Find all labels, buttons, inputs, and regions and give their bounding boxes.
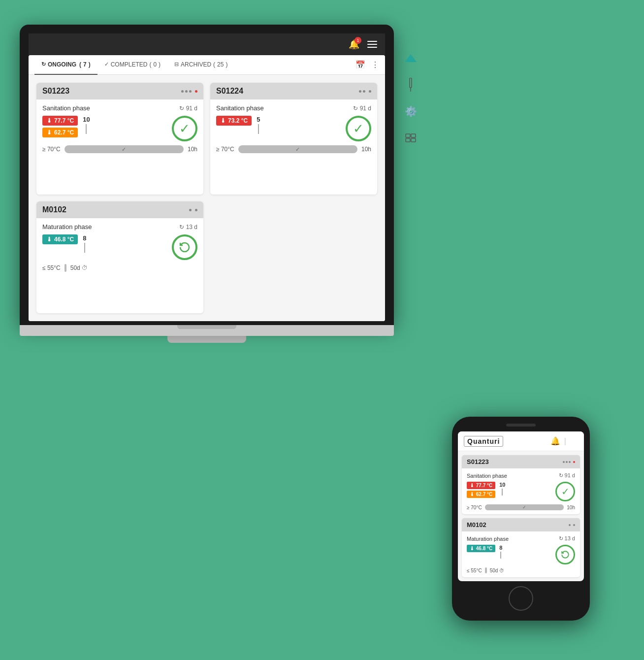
phone-phase-duration: ↻ 91 d	[559, 472, 575, 479]
notification-badge: 1	[354, 37, 361, 44]
card-title-M0102: M0102	[42, 205, 66, 214]
progress-check-icon: ✓	[238, 145, 357, 153]
phone-card-title-M0102: M0102	[467, 521, 486, 528]
condition-label: ≥ 70°C	[216, 146, 234, 153]
phone-screen: Quanturi 🔔 | S01223	[458, 431, 584, 581]
phone-bell-icon[interactable]: 🔔	[550, 436, 560, 446]
card-menu-M0102[interactable]	[189, 209, 197, 211]
status-check: ✓	[346, 116, 371, 141]
card-title-S01224: S01224	[216, 87, 243, 96]
svg-rect-5	[406, 138, 410, 142]
progress-row: ≥ 70°C ✓ 10h	[216, 145, 371, 153]
phone-cards-container: S01223 Sanitation phase ↻ 91 d	[458, 451, 584, 581]
phone-condition-label: ≥ 70°C	[467, 505, 482, 510]
phone-sensor-tag-teal: 🌡 46.8 °C	[467, 545, 495, 552]
progress-time: 10h	[361, 146, 371, 153]
mountain-icon[interactable]	[402, 49, 419, 67]
phone-speaker	[506, 424, 536, 427]
phone-sensor-section: 🌡 77.7 °C 🌡 62.7 °C 10 ✓	[467, 482, 575, 501]
progress-time: 50d ⏱	[70, 264, 88, 271]
phone-card-S01223: S01223 Sanitation phase ↻ 91 d	[462, 455, 580, 514]
sensor-tag-teal: 🌡 46.8 °C	[42, 234, 78, 244]
probe-tool-icon[interactable]	[402, 76, 419, 94]
card-menu-S01223[interactable]	[181, 90, 197, 93]
thermometer-icon: 🌡	[46, 117, 52, 124]
phone-progress-time: 10h	[567, 505, 575, 510]
phone-timer-icon: ⏱	[499, 568, 504, 573]
phone-home-button[interactable]	[509, 586, 533, 611]
card-body-S01224: Sanitation phase ↻ 91 d 🌡 73.2 °C	[210, 99, 377, 158]
svg-rect-3	[406, 134, 410, 137]
probe-stick	[258, 124, 259, 134]
sensor-tag-high: 🌡 73.2 °C	[216, 116, 252, 126]
laptop-base	[20, 325, 394, 336]
svg-rect-4	[411, 134, 416, 137]
svg-rect-6	[411, 138, 416, 142]
phone-divider: |	[564, 437, 566, 446]
tab-bar: ↻ ONGOING (7) ✓ COMPLETED (0) ⊟ ARCHIVED…	[29, 55, 385, 75]
phone-bezel: Quanturi 🔔 | S01223	[452, 417, 590, 621]
hamburger-menu-icon[interactable]	[367, 41, 377, 48]
tab-ongoing[interactable]: ↻ ONGOING (7)	[34, 55, 97, 75]
phone-probe-count-M0102: 8	[499, 545, 502, 559]
probe-count: 5	[257, 116, 260, 134]
phase-label: Sanitation phase	[216, 104, 264, 112]
phone-card-header-M0102: M0102	[462, 518, 580, 531]
phone-hamburger-icon[interactable]	[570, 438, 578, 444]
phase-row: Sanitation phase ↻ 91 d	[42, 104, 197, 112]
phone-card-header-S01223: S01223	[462, 455, 580, 468]
phone-status-refresh	[555, 545, 575, 564]
phone-probe-stick-M0102	[500, 552, 501, 559]
thermometer-icon: 🌡	[220, 117, 226, 124]
cards-grid: S01223 Sanitation phase ↻ 91 d	[29, 75, 385, 321]
phone-toolbar-actions: 🔔 |	[550, 436, 578, 446]
notification-icon[interactable]: 🔔 1	[349, 39, 359, 50]
sensor-section: 🌡 46.8 °C 8	[42, 234, 197, 260]
card-S01223: S01223 Sanitation phase ↻ 91 d	[36, 83, 203, 195]
card-title-S01223: S01223	[42, 87, 69, 96]
settings-icon[interactable]: ⚙️	[402, 102, 419, 120]
phone-progress-partial	[485, 567, 487, 573]
more-options-icon[interactable]: ⋮	[371, 60, 379, 69]
thermometer-icon-2: 🌡	[46, 129, 52, 136]
calendar-icon[interactable]: 📅	[355, 60, 365, 69]
progress-row: ≥ 70°C ✓ 10h	[42, 145, 197, 153]
card-header-M0102: M0102	[36, 201, 203, 218]
phone-phase-label: Sanitation phase	[467, 473, 507, 479]
phone-app-logo: Quanturi	[464, 436, 503, 447]
phone-card-title-S01223: S01223	[467, 458, 489, 465]
status-refresh	[172, 234, 197, 260]
card-body-S01223: Sanitation phase ↻ 91 d 🌡 77.7 °C	[36, 99, 203, 158]
phone-card-M0102: M0102 Maturation phase ↻ 13 d	[462, 518, 580, 577]
progress-check-icon: ✓	[64, 145, 184, 153]
tab-completed[interactable]: ✓ COMPLETED (0)	[97, 55, 167, 75]
sensor-tag-high: 🌡 77.7 °C	[42, 116, 78, 126]
phone-sensor-tags: 🌡 77.7 °C 🌡 62.7 °C	[467, 482, 495, 498]
phase-row: Sanitation phase ↻ 91 d	[216, 104, 371, 112]
phase-duration: ↻ 91 d	[179, 105, 197, 112]
progress-bar: ✓	[64, 145, 184, 153]
phone-probe-stick	[502, 489, 503, 495]
sync-icon: ↻	[179, 224, 184, 231]
phone-card-menu-M0102[interactable]	[569, 524, 575, 526]
phone-progress-check-icon: ✓	[485, 504, 564, 510]
tab-actions: 📅 ⋮	[355, 60, 379, 69]
condition-label: ≤ 55°C	[42, 264, 61, 271]
phase-label: Maturation phase	[42, 223, 92, 231]
timer-icon: ⏱	[82, 264, 88, 271]
phone-card-menu[interactable]	[563, 461, 575, 463]
phone-probe-count: 10	[499, 482, 505, 495]
laptop-bezel: 🔔 1 ↻ ONGOING (7) ✓ COMPLETED (0)	[20, 25, 394, 325]
layout-icon[interactable]	[402, 129, 419, 147]
sync-icon: ↻	[353, 105, 358, 112]
phase-duration: ↻ 91 d	[353, 105, 371, 112]
card-menu-S01224[interactable]	[359, 90, 371, 93]
card-S01224: S01224 Sanitation phase ↻ 91 d	[210, 83, 377, 195]
phone-status-check: ✓	[555, 482, 575, 501]
progress-time: 10h	[188, 146, 197, 153]
phone-phase-row: Sanitation phase ↻ 91 d	[467, 472, 575, 479]
card-header-S01224: S01224	[210, 83, 377, 99]
tab-archived[interactable]: ⊟ ARCHIVED (25)	[167, 55, 234, 75]
progress-bar: ✓	[238, 145, 357, 153]
probe-count: 10	[83, 116, 90, 134]
